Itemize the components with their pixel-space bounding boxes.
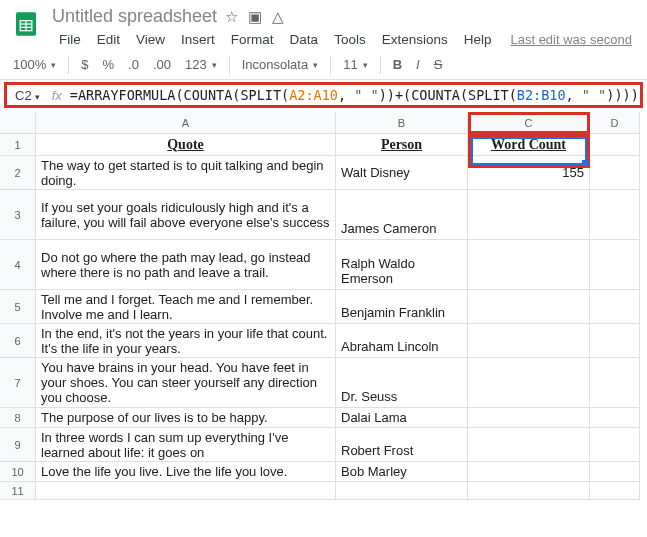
fx-label: fx bbox=[44, 88, 70, 103]
cell[interactable] bbox=[590, 156, 640, 190]
row-header[interactable]: 3 bbox=[0, 190, 36, 240]
col-header[interactable]: B bbox=[336, 112, 468, 134]
last-edit-link[interactable]: Last edit was second bbox=[510, 32, 631, 47]
cell[interactable] bbox=[468, 482, 590, 500]
row-header[interactable]: 6 bbox=[0, 324, 36, 358]
row-header[interactable]: 8 bbox=[0, 408, 36, 428]
cell[interactable] bbox=[590, 324, 640, 358]
menu-edit[interactable]: Edit bbox=[90, 29, 127, 50]
cell[interactable]: Robert Frost bbox=[336, 428, 468, 462]
select-all-corner[interactable] bbox=[0, 112, 36, 134]
cell[interactable] bbox=[590, 408, 640, 428]
menu-tools[interactable]: Tools bbox=[327, 29, 373, 50]
cell[interactable]: Tell me and I forget. Teach me and I rem… bbox=[36, 290, 336, 324]
cell[interactable] bbox=[468, 240, 590, 290]
cell[interactable]: 155 bbox=[468, 156, 590, 190]
col-header[interactable]: C bbox=[468, 112, 590, 134]
cell[interactable] bbox=[468, 190, 590, 240]
cell[interactable] bbox=[36, 482, 336, 500]
menu-format[interactable]: Format bbox=[224, 29, 281, 50]
cell[interactable] bbox=[590, 428, 640, 462]
sheets-logo[interactable] bbox=[8, 6, 44, 42]
cell[interactable]: The purpose of our lives is to be happy. bbox=[36, 408, 336, 428]
row-header[interactable]: 9 bbox=[0, 428, 36, 462]
col-header[interactable]: A bbox=[36, 112, 336, 134]
bold-button[interactable]: B bbox=[388, 54, 407, 75]
cell[interactable]: Person bbox=[336, 134, 468, 156]
number-format-select[interactable]: 123 bbox=[180, 54, 222, 75]
menu-extensions[interactable]: Extensions bbox=[375, 29, 455, 50]
toolbar: 100% $ % .0 .00 123 Inconsolata 11 B I S bbox=[0, 50, 647, 80]
menu-help[interactable]: Help bbox=[457, 29, 499, 50]
strike-button[interactable]: S bbox=[429, 54, 448, 75]
col-header[interactable]: D bbox=[590, 112, 640, 134]
cell[interactable] bbox=[590, 358, 640, 408]
menu-view[interactable]: View bbox=[129, 29, 172, 50]
cell[interactable] bbox=[590, 462, 640, 482]
cell[interactable]: Do not go where the path may lead, go in… bbox=[36, 240, 336, 290]
currency-button[interactable]: $ bbox=[76, 54, 93, 75]
cell[interactable]: Ralph Waldo Emerson bbox=[336, 240, 468, 290]
cell[interactable]: In the end, it's not the years in your l… bbox=[36, 324, 336, 358]
cell[interactable] bbox=[468, 428, 590, 462]
cell[interactable] bbox=[590, 240, 640, 290]
formula-input[interactable]: =ARRAYFORMULA(COUNTA(SPLIT(A2:A10, " "))… bbox=[70, 87, 639, 103]
italic-button[interactable]: I bbox=[411, 54, 425, 75]
doc-title[interactable]: Untitled spreadsheet bbox=[52, 6, 217, 27]
cell[interactable] bbox=[590, 134, 640, 156]
cell[interactable]: Walt Disney bbox=[336, 156, 468, 190]
row-header[interactable]: 10 bbox=[0, 462, 36, 482]
row-header[interactable]: 11 bbox=[0, 482, 36, 500]
cell[interactable]: Quote bbox=[36, 134, 336, 156]
menu-file[interactable]: File bbox=[52, 29, 88, 50]
cell[interactable]: Love the life you live. Live the life yo… bbox=[36, 462, 336, 482]
cell[interactable]: Word Count bbox=[468, 134, 590, 156]
cell[interactable] bbox=[468, 462, 590, 482]
cell[interactable]: Dalai Lama bbox=[336, 408, 468, 428]
row-header[interactable]: 7 bbox=[0, 358, 36, 408]
row-header[interactable]: 2 bbox=[0, 156, 36, 190]
menu-data[interactable]: Data bbox=[283, 29, 326, 50]
name-box[interactable]: C2 bbox=[11, 88, 44, 103]
star-icon[interactable]: ☆ bbox=[225, 8, 238, 26]
zoom-select[interactable]: 100% bbox=[8, 54, 61, 75]
cell[interactable] bbox=[336, 482, 468, 500]
cell[interactable]: Abraham Lincoln bbox=[336, 324, 468, 358]
row-header[interactable]: 5 bbox=[0, 290, 36, 324]
cell[interactable]: Benjamin Franklin bbox=[336, 290, 468, 324]
row-header[interactable]: 1 bbox=[0, 134, 36, 156]
cell[interactable]: Bob Marley bbox=[336, 462, 468, 482]
font-size-select[interactable]: 11 bbox=[338, 54, 372, 75]
cloud-icon[interactable]: △ bbox=[272, 8, 284, 26]
move-icon[interactable]: ▣ bbox=[248, 8, 262, 26]
row-header[interactable]: 4 bbox=[0, 240, 36, 290]
cell[interactable]: James Cameron bbox=[336, 190, 468, 240]
decrease-decimal-button[interactable]: .0 bbox=[123, 54, 144, 75]
cell[interactable] bbox=[590, 190, 640, 240]
cell[interactable] bbox=[468, 408, 590, 428]
increase-decimal-button[interactable]: .00 bbox=[148, 54, 176, 75]
cell[interactable]: The way to get started is to quit talkin… bbox=[36, 156, 336, 190]
cell[interactable]: You have brains in your head. You have f… bbox=[36, 358, 336, 408]
cell[interactable]: Dr. Seuss bbox=[336, 358, 468, 408]
cell[interactable]: In three words I can sum up everything I… bbox=[36, 428, 336, 462]
formula-bar: C2 fx =ARRAYFORMULA(COUNTA(SPLIT(A2:A10,… bbox=[4, 82, 643, 108]
cell[interactable] bbox=[468, 290, 590, 324]
cell[interactable] bbox=[590, 482, 640, 500]
font-select[interactable]: Inconsolata bbox=[237, 54, 324, 75]
cell[interactable] bbox=[468, 324, 590, 358]
percent-button[interactable]: % bbox=[97, 54, 119, 75]
cell[interactable] bbox=[468, 358, 590, 408]
cell[interactable]: If you set your goals ridiculously high … bbox=[36, 190, 336, 240]
menu-insert[interactable]: Insert bbox=[174, 29, 222, 50]
cell[interactable] bbox=[590, 290, 640, 324]
